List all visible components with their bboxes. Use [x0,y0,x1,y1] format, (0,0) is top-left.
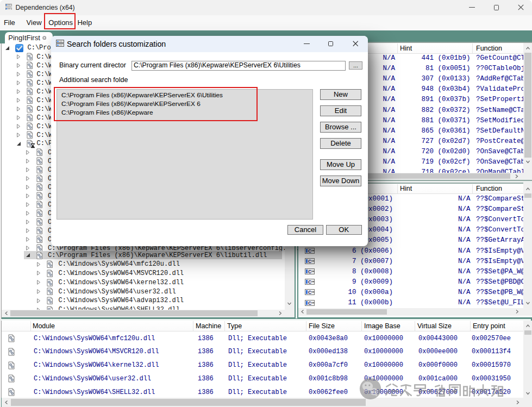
svg-text:C: C [308,290,311,295]
svg-text:C: C [308,269,311,274]
svg-text:C: C [308,259,311,264]
svg-text:C: C [308,300,311,305]
svg-text:C: C [308,279,311,285]
svg-text:C: C [308,248,311,254]
